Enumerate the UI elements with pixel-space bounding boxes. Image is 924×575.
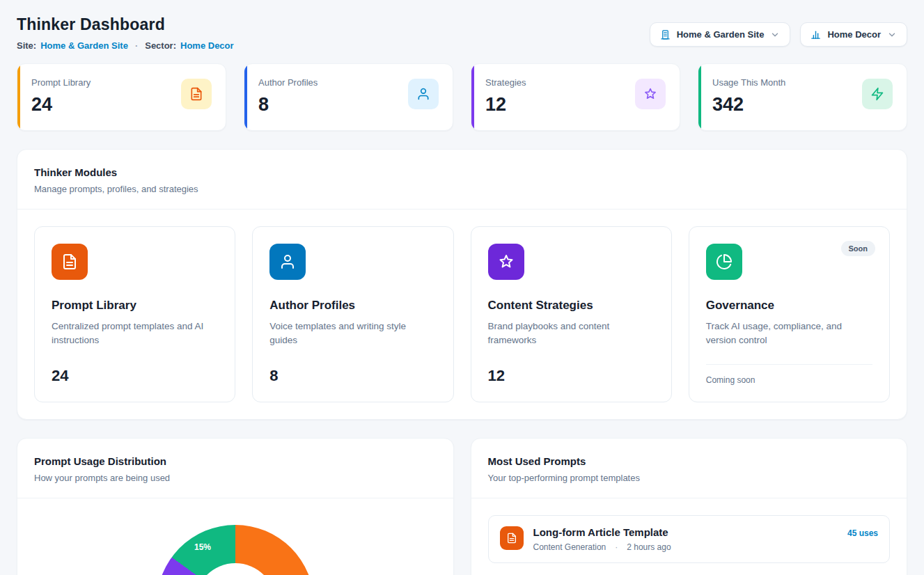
module-description: Track AI usage, compliance, and version … <box>706 320 872 348</box>
document-icon <box>52 244 88 280</box>
stats-row: Prompt Library 24 Author Profiles 8 Stra… <box>17 63 907 131</box>
sector-selector-label: Home Decor <box>827 29 881 40</box>
usage-card-title: Prompt Usage Distribution <box>34 455 437 467</box>
page-title: Thinker Dashboard <box>17 15 234 34</box>
header: Thinker Dashboard Site: Home & Garden Si… <box>17 15 907 51</box>
dashboard-page: Thinker Dashboard Site: Home & Garden Si… <box>0 0 924 575</box>
stat-value: 342 <box>712 94 785 116</box>
star-icon <box>488 244 524 280</box>
soon-badge: Soon <box>841 241 876 256</box>
header-left: Thinker Dashboard Site: Home & Garden Si… <box>17 15 234 51</box>
stat-value: 12 <box>485 94 526 116</box>
module-card-content-strategies[interactable]: Content Strategies Brand playbooks and c… <box>471 226 672 402</box>
separator-dot: · <box>135 40 138 51</box>
usage-card-subtitle: How your prompts are being used <box>34 473 437 483</box>
stat-label: Strategies <box>485 77 526 88</box>
prompt-uses-badge: 45 uses <box>847 528 878 538</box>
separator-dot: · <box>615 542 618 552</box>
site-link[interactable]: Home & Garden Site <box>40 40 128 51</box>
stat-label: Prompt Library <box>31 77 91 88</box>
prompts-card-subtitle: Your top-performing prompt templates <box>488 473 891 483</box>
stat-card-strategies: Strategies 12 <box>471 63 680 131</box>
stat-text: Prompt Library 24 <box>31 77 91 116</box>
stat-text: Author Profiles 8 <box>258 77 318 116</box>
module-title: Author Profiles <box>269 299 436 313</box>
site-label: Site: <box>17 40 36 51</box>
usage-chart-area: 15% <box>17 498 453 575</box>
user-icon <box>269 244 306 280</box>
stat-card-usage: Usage This Month 342 <box>698 63 907 131</box>
chevron-down-icon <box>887 30 897 40</box>
prompt-list-item[interactable]: Long-form Article Template Content Gener… <box>488 515 891 563</box>
stat-card-author-profiles: Author Profiles 8 <box>244 63 453 131</box>
module-title: Prompt Library <box>52 299 218 313</box>
module-card-governance[interactable]: Soon Governance Track AI usage, complian… <box>689 226 890 402</box>
breadcrumb: Site: Home & Garden Site · Sector: Home … <box>17 40 234 51</box>
prompts-card-title: Most Used Prompts <box>488 455 891 467</box>
prompt-item-body: Long-form Article Template Content Gener… <box>533 526 838 552</box>
stat-label: Usage This Month <box>712 77 785 88</box>
stat-card-prompt-library: Prompt Library 24 <box>17 63 226 131</box>
site-selector-label: Home & Garden Site <box>677 29 765 40</box>
prompt-list: Long-form Article Template Content Gener… <box>471 498 907 575</box>
pie-chart-icon <box>706 244 742 280</box>
star-icon <box>635 79 666 109</box>
donut-segment-label: 15% <box>194 542 211 552</box>
stat-value: 24 <box>31 94 91 116</box>
module-description: Centralized prompt templates and AI inst… <box>52 320 218 348</box>
stat-value: 8 <box>258 94 318 116</box>
bottom-row: Prompt Usage Distribution How your promp… <box>17 438 907 575</box>
thinker-modules-panel: Thinker Modules Manage prompts, profiles… <box>17 149 907 420</box>
prompt-item-time: 2 hours ago <box>627 542 671 552</box>
user-icon <box>408 79 439 109</box>
modules-subtitle: Manage prompts, profiles, and strategies <box>34 184 890 194</box>
site-selector-dropdown[interactable]: Home & Garden Site <box>650 22 791 47</box>
module-count: 8 <box>269 354 436 385</box>
stat-label: Author Profiles <box>258 77 318 88</box>
module-count: 24 <box>52 354 218 385</box>
prompts-card-header: Most Used Prompts Your top-performing pr… <box>471 439 907 498</box>
module-card-prompt-library[interactable]: Prompt Library Centralized prompt templa… <box>34 226 235 402</box>
lightning-icon <box>862 79 893 109</box>
modules-title: Thinker Modules <box>34 166 890 178</box>
stat-text: Strategies 12 <box>485 77 526 116</box>
document-icon <box>500 526 524 550</box>
module-card-author-profiles[interactable]: Author Profiles Voice templates and writ… <box>252 226 453 402</box>
module-title: Content Strategies <box>488 299 655 313</box>
module-description: Brand playbooks and content frameworks <box>488 320 655 348</box>
header-actions: Home & Garden Site Home Decor <box>650 22 907 47</box>
usage-card-header: Prompt Usage Distribution How your promp… <box>17 439 453 498</box>
bar-chart-icon <box>811 29 821 40</box>
prompt-item-title: Long-form Article Template <box>533 526 838 538</box>
usage-donut: 15% <box>157 525 314 575</box>
building-icon <box>660 29 671 40</box>
modules-grid: Prompt Library Centralized prompt templa… <box>17 210 907 419</box>
stat-text: Usage This Month 342 <box>712 77 785 116</box>
modules-panel-header: Thinker Modules Manage prompts, profiles… <box>17 150 907 210</box>
module-title: Governance <box>706 299 872 313</box>
chevron-down-icon <box>770 30 780 40</box>
coming-soon-label: Coming soon <box>706 364 872 385</box>
most-used-prompts-card: Most Used Prompts Your top-performing pr… <box>471 438 908 575</box>
prompt-item-meta: Content Generation · 2 hours ago <box>533 542 838 552</box>
document-icon <box>181 79 212 109</box>
usage-distribution-card: Prompt Usage Distribution How your promp… <box>17 438 454 575</box>
sector-link[interactable]: Home Decor <box>180 40 234 51</box>
sector-selector-dropdown[interactable]: Home Decor <box>800 22 907 47</box>
module-description: Voice templates and writing style guides <box>269 320 436 348</box>
module-count: 12 <box>488 354 655 385</box>
sector-label: Sector: <box>145 40 176 51</box>
prompt-item-category: Content Generation <box>533 542 606 552</box>
